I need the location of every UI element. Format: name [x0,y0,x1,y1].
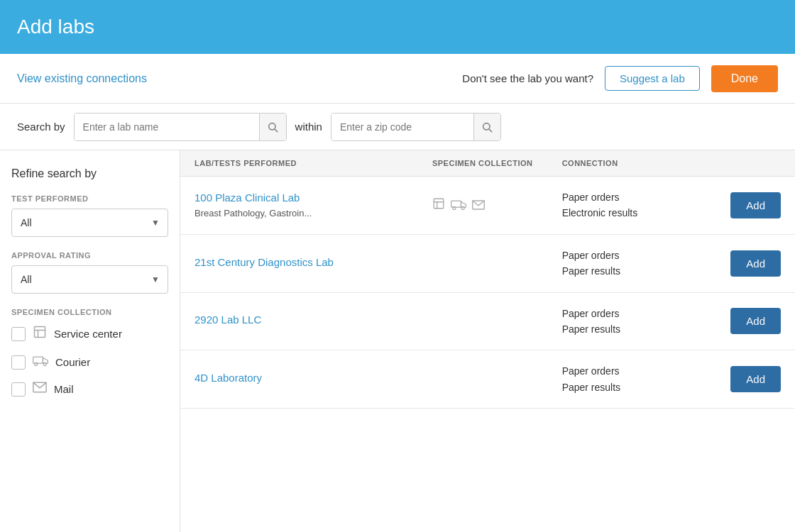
mail-checkbox[interactable] [11,382,26,397]
zip-code-input[interactable] [331,113,473,140]
connection-line-1b: Electronic results [562,205,724,221]
specimen-building-icon [432,197,445,214]
table-row: 21st Century Diagnostics Lab Paper order… [180,235,795,293]
col-header-specimen: SPECIMEN COLLECTION [432,159,562,167]
main-content: Refine search by TEST PERFORMED All Bloo… [0,150,795,532]
lab-name-4[interactable]: 4D Laboratory [194,372,432,384]
lab-info-3: 2920 Lab LLC [194,314,432,328]
subheader-actions: Don't see the lab you want? Suggest a la… [462,65,778,92]
lab-action-1: Add [724,192,781,218]
specimen-option-mail: Mail [11,382,168,397]
lab-tests-1: Breast Pathology, Gastroin... [194,208,312,218]
connection-line-2b: Paper results [562,263,724,279]
add-button-3[interactable]: Add [730,308,781,334]
table-row: 4D Laboratory Paper orders Paper results… [180,350,795,409]
test-filter-select[interactable]: All Blood Work Pathology Radiology [11,209,168,237]
service-center-label: Service center [54,328,122,340]
approval-filter-label: APPROVAL RATING [11,251,168,260]
sidebar-title: Refine search by [11,167,168,180]
sidebar: Refine search by TEST PERFORMED All Bloo… [0,150,180,532]
approval-filter-wrap: All 1 Star 2 Stars 3 Stars 4 Stars 5 Sta… [11,265,168,294]
lab-name-input[interactable] [75,113,259,140]
svg-line-1 [275,129,278,132]
col-header-lab: LAB/TESTS PERFORMED [194,159,432,167]
table-row: 2920 Lab LLC Paper orders Paper results … [180,293,795,351]
svg-point-18 [461,206,464,209]
connection-line-4b: Paper results [562,379,724,395]
courier-label: Courier [55,356,90,368]
table-row: 100 Plaza Clinical Lab Breast Pathology,… [180,177,795,235]
done-button[interactable]: Done [711,65,778,92]
courier-checkbox[interactable] [11,355,26,370]
test-filter-label: TEST PERFORMED [11,194,168,203]
lab-connection-4: Paper orders Paper results [562,363,724,395]
lab-specimen-1 [432,197,562,214]
service-center-checkbox[interactable] [11,327,26,341]
add-button-1[interactable]: Add [730,192,781,218]
connection-line-3b: Paper results [562,321,724,337]
search-bar: Search by within [0,104,795,150]
svg-line-3 [489,129,492,132]
connection-line-2a: Paper orders [562,248,724,263]
specimen-mail-icon [472,197,485,214]
mail-label: Mail [54,383,74,395]
specimen-filter-label: SPECIMEN COLLECTION [11,308,168,316]
page-header: Add labs [0,0,795,54]
page-title: Add labs [17,16,94,38]
lab-action-3: Add [724,308,781,334]
specimen-option-service-center: Service center [11,325,168,343]
lab-search-button[interactable] [259,113,286,140]
search-label: Search by [17,121,65,133]
results-header: LAB/TESTS PERFORMED SPECIMEN COLLECTION … [180,150,795,177]
col-header-connection: CONNECTION [562,159,724,167]
svg-rect-7 [33,357,43,363]
lab-search-wrap [74,113,287,141]
connection-line-4a: Paper orders [562,363,724,379]
lab-name-2[interactable]: 21st Century Diagnostics Lab [194,256,432,268]
lab-connection-1: Paper orders Electronic results [562,189,724,221]
specimen-option-courier: Courier [11,354,168,370]
lab-info-4: 4D Laboratory [194,372,432,387]
suggest-lab-button[interactable]: Suggest a lab [605,66,700,91]
svg-point-17 [453,206,456,209]
results-panel: LAB/TESTS PERFORMED SPECIMEN COLLECTION … [180,150,795,532]
lab-info-2: 21st Century Diagnostics Lab [194,256,432,271]
lab-name-3[interactable]: 2920 Lab LLC [194,314,432,326]
svg-rect-15 [451,201,461,207]
svg-rect-12 [434,199,444,209]
service-center-icon [33,325,47,343]
svg-rect-4 [35,327,45,338]
within-text: within [295,121,322,133]
add-button-2[interactable]: Add [730,250,781,277]
zip-search-wrap [331,113,501,141]
specimen-truck-icon [451,197,466,214]
connection-line-3a: Paper orders [562,306,724,321]
add-button-4[interactable]: Add [730,366,781,392]
mail-icon [33,382,47,397]
connection-line-1a: Paper orders [562,189,724,205]
lab-action-2: Add [724,250,781,277]
zip-search-button[interactable] [473,113,500,140]
approval-filter-select[interactable]: All 1 Star 2 Stars 3 Stars 4 Stars 5 Sta… [11,265,168,294]
suggest-text: Don't see the lab you want? [462,72,593,84]
lab-info-1: 100 Plaza Clinical Lab Breast Pathology,… [194,192,432,219]
view-connections-link[interactable]: View existing connections [17,72,147,85]
lab-connection-2: Paper orders Paper results [562,248,724,279]
test-filter-wrap: All Blood Work Pathology Radiology ▼ [11,209,168,237]
lab-connection-3: Paper orders Paper results [562,306,724,338]
courier-icon [33,354,48,370]
lab-name-1[interactable]: 100 Plaza Clinical Lab [194,192,432,204]
lab-action-4: Add [724,366,781,392]
subheader: View existing connections Don't see the … [0,54,795,104]
